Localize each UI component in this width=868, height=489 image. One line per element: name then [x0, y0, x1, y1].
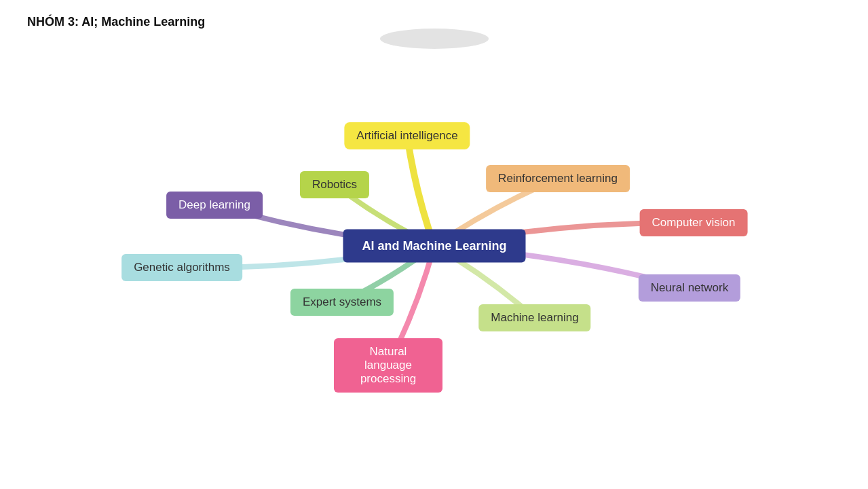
node-ai: Artificial intelligence: [344, 122, 470, 149]
mind-map: Artificial intelligence Robotics Deep le…: [0, 0, 868, 489]
node-nlp: Natural language processing: [334, 338, 442, 393]
node-deeplearning: Deep learning: [166, 192, 263, 219]
node-robotics: Robotics: [300, 171, 369, 198]
node-center: AI and Machine Learning: [343, 230, 525, 263]
node-genetic: Genetic algorithms: [121, 254, 242, 281]
node-reinforcement: Reinforcement learning: [486, 165, 630, 192]
node-machine: Machine learning: [478, 304, 590, 331]
node-computer: Computer vision: [640, 209, 748, 236]
node-expert: Expert systems: [290, 289, 394, 316]
node-neural: Neural network: [639, 274, 740, 302]
